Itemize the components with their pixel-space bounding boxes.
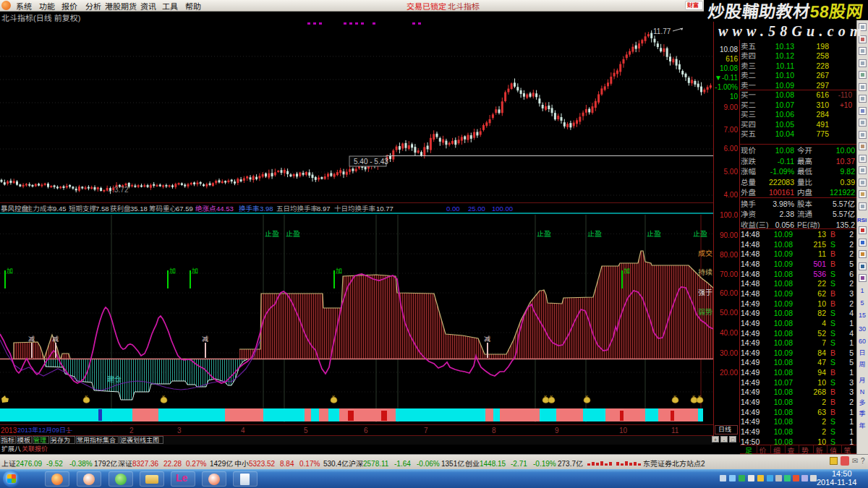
svg-text:加: 加 — [336, 266, 342, 275]
svg-text:加: 加 — [7, 266, 13, 275]
svg-text:加: 加 — [624, 266, 630, 275]
svg-text:止盈: 止盈 — [537, 228, 551, 239]
svg-text:加: 加 — [169, 266, 176, 275]
svg-text:强于: 强于 — [698, 286, 712, 297]
svg-text:←3.72: ←3.72 — [107, 186, 129, 194]
svg-text:止盈: 止盈 — [647, 228, 661, 239]
svg-text:减: 减 — [52, 334, 59, 343]
svg-text:减: 减 — [484, 334, 490, 343]
svg-text:止盈: 止盈 — [286, 228, 300, 239]
svg-text:止盈: 止盈 — [587, 228, 602, 239]
svg-text:止盈: 止盈 — [693, 228, 707, 239]
svg-text:减: 减 — [202, 334, 208, 343]
svg-text:持续: 持续 — [698, 266, 712, 277]
svg-text:减: 减 — [28, 334, 35, 343]
svg-text:建仓: 建仓 — [107, 373, 122, 384]
svg-text:11.77: 11.77 — [653, 27, 671, 35]
svg-text:止盈: 止盈 — [265, 228, 279, 239]
svg-text:加: 加 — [192, 266, 198, 275]
svg-text:5.40 - 5.43: 5.40 - 5.43 — [354, 158, 388, 166]
svg-text:弱势: 弱势 — [698, 306, 712, 317]
svg-text:成交: 成交 — [698, 247, 712, 258]
